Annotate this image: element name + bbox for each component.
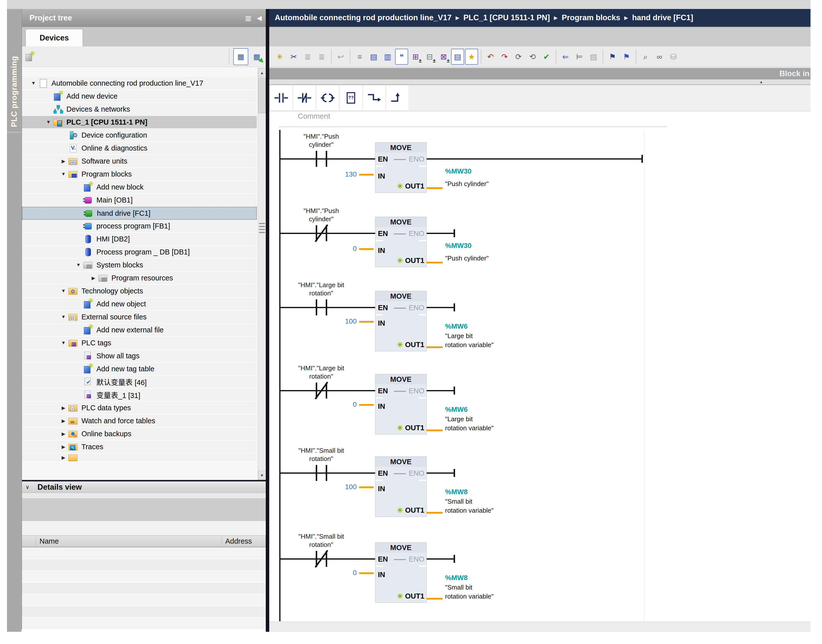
details-column-view-icon[interactable]: ▦ xyxy=(233,48,248,65)
chevron-right-icon[interactable]: ▶ xyxy=(59,455,68,460)
refresh-block-calls-icon[interactable]: ⟲ xyxy=(526,49,539,65)
goto-previous-error-icon[interactable]: ↶ xyxy=(484,49,497,65)
empty-box-icon[interactable]: ?? xyxy=(340,85,362,110)
expand-all-networks-icon[interactable]: ▤ xyxy=(367,49,380,65)
delete-network-icon[interactable]: ✂ xyxy=(287,49,300,65)
chevron-right-icon[interactable]: ▶ xyxy=(59,444,68,450)
tree-item[interactable]: ▼Automobile connecting rod production li… xyxy=(22,77,257,90)
contact-icon[interactable] xyxy=(316,151,317,167)
breadcrumb-item[interactable]: Automobile connecting rod production lin… xyxy=(275,13,452,22)
tree-item[interactable]: process program [FB1] xyxy=(22,220,257,233)
tree-item[interactable]: Process program _ DB [DB1] xyxy=(22,246,257,259)
tree-item[interactable]: ▶ xyxy=(22,454,257,462)
tree-item[interactable]: Show all tags xyxy=(22,350,257,363)
move-block[interactable]: MOVE EN ENO IN ✳OUT1 xyxy=(375,217,426,267)
collapse-up-icon[interactable]: ▲ xyxy=(759,80,763,84)
auto-collapse-panel-icon[interactable]: ▥ xyxy=(245,14,251,22)
normally-closed-contact-icon[interactable] xyxy=(293,85,316,110)
goto-next-error-icon[interactable]: ↷ xyxy=(498,49,511,65)
contact-tag-label[interactable]: "HMI"."Large bitrotation" xyxy=(282,364,361,380)
in-value[interactable]: 100 xyxy=(322,317,357,325)
coil-icon[interactable] xyxy=(317,85,339,110)
copy-snippet-icon[interactable]: ▤ xyxy=(587,49,600,65)
call-structure-icon[interactable]: ⊨ xyxy=(573,49,586,65)
block-interface-bar[interactable]: Block in xyxy=(269,68,811,80)
chevron-right-icon[interactable]: ▶ xyxy=(89,275,98,281)
tree-item[interactable]: ▶Watch and force tables xyxy=(22,414,257,428)
tree-item[interactable]: Add new block xyxy=(22,181,257,194)
open-in-new-editor-icon[interactable]: ▦▶ xyxy=(250,49,264,65)
column-header-address[interactable]: Address xyxy=(222,536,266,547)
tree-scrollbar[interactable]: ▲ ▼ xyxy=(258,68,266,480)
tree-item[interactable]: ▼Technology objects xyxy=(22,285,257,297)
move-block[interactable]: MOVE EN ENO IN ✳OUT1 xyxy=(375,291,426,351)
close-branch-icon[interactable] xyxy=(386,85,408,110)
output-operand[interactable]: %MW30 "Push cylinder" xyxy=(445,167,489,188)
contact-icon[interactable] xyxy=(326,465,327,481)
test-with-glasses-icon[interactable]: ∞ xyxy=(653,49,666,65)
tree-item[interactable]: hand drive [FC1] xyxy=(22,207,257,220)
contact-tag-label[interactable]: "HMI"."Pushcylinder" xyxy=(282,207,361,223)
panel-splitter[interactable] xyxy=(266,9,269,632)
toggle-network-comments-icon[interactable]: ❝ xyxy=(395,49,408,65)
tree-item[interactable]: Device configuration xyxy=(22,129,257,142)
know-how-protection-icon[interactable]: ⛁ xyxy=(667,49,680,65)
tree-item[interactable]: ▼PLC tags xyxy=(22,337,257,350)
tree-item[interactable]: ▶Program resources xyxy=(22,272,257,285)
move-block[interactable]: MOVE EN ENO IN ✳OUT1 xyxy=(375,374,426,434)
tree-item[interactable]: ▶Traces xyxy=(22,440,257,454)
scroll-down-icon[interactable]: ▼ xyxy=(258,471,266,480)
lad-canvas[interactable]: Comment "HMI"."Pushcylinder" MOVE EN ENO… xyxy=(269,111,811,621)
chevron-down-icon[interactable]: ▼ xyxy=(44,120,53,125)
next-bookmark-icon[interactable]: ⚑ xyxy=(620,49,633,65)
collapse-panel-left-icon[interactable]: ◀ xyxy=(257,14,262,22)
tree-item[interactable]: 变量表_1 [31] xyxy=(22,388,257,402)
tree-item[interactable]: ▶Online backups xyxy=(22,428,257,440)
chevron-down-icon[interactable]: ▼ xyxy=(59,314,68,320)
tree-item[interactable]: ▼PLC_1 [CPU 1511-1 PN] xyxy=(22,116,257,129)
scroll-up-icon[interactable]: ▲ xyxy=(258,68,266,77)
in-value[interactable]: 130 xyxy=(322,170,357,178)
compile-block-icon[interactable]: ✔ xyxy=(540,49,553,65)
tree-item[interactable]: Add new device xyxy=(22,90,257,103)
goto-definition-icon[interactable]: ⇐ xyxy=(559,49,572,65)
tree-item[interactable]: Devices & networks xyxy=(22,103,257,116)
plc-programming-side-tab[interactable]: PLC programming xyxy=(7,39,21,144)
tree-item[interactable]: ▼External source files xyxy=(22,311,257,324)
favorites-display-icon[interactable]: ★ xyxy=(465,49,478,65)
scrollbar-thumb[interactable] xyxy=(258,78,266,113)
free-form-comment-icon[interactable]: ↩ xyxy=(334,49,347,65)
tree-item[interactable]: Add new tag table xyxy=(22,363,257,376)
update-inconsistent-calls-icon[interactable]: ⟳ xyxy=(512,49,525,65)
tree-item[interactable]: HMI [DB2] xyxy=(22,233,257,246)
in-value[interactable]: 100 xyxy=(322,483,357,491)
chevron-down-icon[interactable]: ∨ xyxy=(22,484,33,491)
contact-tag-label[interactable]: "HMI"."Pushcylinder" xyxy=(282,132,361,149)
tab-devices[interactable]: Devices xyxy=(26,29,83,47)
contact-icon[interactable] xyxy=(326,299,327,315)
move-block[interactable]: MOVE EN ENO IN ✳OUT1 xyxy=(375,142,426,193)
in-value[interactable]: 0 xyxy=(322,400,357,408)
symbol-display-icon[interactable]: ⊠± xyxy=(437,49,450,65)
details-view-header[interactable]: ∨ Details view xyxy=(22,481,266,493)
in-value[interactable]: 0 xyxy=(322,569,357,577)
contact-icon[interactable] xyxy=(316,465,317,481)
column-header-name[interactable]: Name xyxy=(36,536,222,547)
insert-network-icon[interactable]: ✳ xyxy=(273,49,286,65)
tree-item[interactable]: ▼System blocks xyxy=(22,259,257,272)
previous-bookmark-icon[interactable]: ⚑ xyxy=(606,49,619,65)
breadcrumb-item[interactable]: Program blocks xyxy=(562,13,620,22)
chevron-right-icon[interactable]: ▶ xyxy=(59,405,68,411)
output-operand[interactable]: %MW8 "Small bitrotation variable" xyxy=(445,574,494,601)
insert-row-below-icon[interactable]: ≣ xyxy=(315,49,328,65)
move-block[interactable]: MOVE EN ENO IN ✳OUT1 xyxy=(375,457,426,517)
contact-icon[interactable] xyxy=(326,151,327,167)
insert-row-above-icon[interactable]: ≣ xyxy=(301,49,314,65)
contact-tag-label[interactable]: "HMI"."Large bitrotation" xyxy=(282,281,361,297)
collapse-all-networks-icon[interactable]: ▥ xyxy=(381,49,394,65)
in-value[interactable]: 0 xyxy=(322,245,357,253)
contact-tag-label[interactable]: "HMI"."Small bitrotation" xyxy=(282,532,361,549)
network-overview-icon[interactable]: ≡ xyxy=(353,49,366,65)
breadcrumb-item[interactable]: PLC_1 [CPU 1511-1 PN] xyxy=(463,13,550,22)
open-branch-icon[interactable] xyxy=(363,85,385,110)
